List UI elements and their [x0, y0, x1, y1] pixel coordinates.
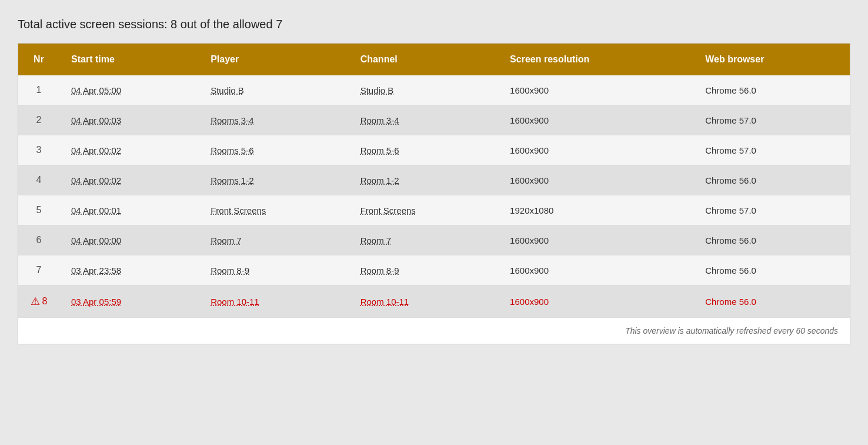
- resolution-value: 1600x900: [510, 297, 549, 307]
- table-row: ⚠803 Apr 05:59Room 10-11Room 10-111600x9…: [18, 285, 850, 318]
- resolution-value: 1600x900: [510, 115, 549, 125]
- resolution-value: 1600x900: [510, 85, 549, 95]
- cell-player[interactable]: Rooms 5-6: [199, 135, 348, 165]
- channel-link[interactable]: Front Screens: [360, 205, 416, 215]
- browser-value: Chrome 56.0: [705, 265, 756, 275]
- summary-text: Total active screen sessions: 8 out of t…: [18, 18, 850, 31]
- player-link[interactable]: Room 7: [211, 235, 242, 245]
- col-header-browser: Web browser: [693, 44, 850, 75]
- cell-nr: 7: [18, 255, 59, 285]
- cell-start-time: 04 Apr 00:02: [59, 135, 199, 165]
- table-row: 504 Apr 00:01Front ScreensFront Screens1…: [18, 195, 850, 225]
- cell-player[interactable]: Front Screens: [199, 195, 348, 225]
- cell-nr: ⚠8: [18, 285, 59, 318]
- player-link[interactable]: Rooms 3-4: [211, 115, 253, 125]
- cell-browser: Chrome 56.0: [693, 225, 850, 255]
- start-time-value: 04 Apr 00:02: [71, 145, 121, 155]
- table-row: 104 Apr 05:00Studio BStudio B1600x900Chr…: [18, 75, 850, 105]
- cell-resolution: 1600x900: [498, 225, 693, 255]
- cell-channel[interactable]: Room 5-6: [349, 135, 498, 165]
- browser-value: Chrome 57.0: [705, 115, 756, 125]
- cell-browser: Chrome 57.0: [693, 105, 850, 135]
- cell-browser: Chrome 56.0: [693, 165, 850, 195]
- cell-nr: 6: [18, 225, 59, 255]
- player-link[interactable]: Room 8-9: [211, 265, 249, 275]
- channel-link[interactable]: Room 5-6: [360, 145, 399, 155]
- cell-channel[interactable]: Studio B: [349, 75, 498, 105]
- player-link[interactable]: Front Screens: [211, 205, 266, 215]
- cell-player[interactable]: Studio B: [199, 75, 348, 105]
- row-number: 3: [36, 145, 42, 155]
- table-row: 703 Apr 23:58Room 8-9Room 8-91600x900Chr…: [18, 255, 850, 285]
- cell-player[interactable]: Room 7: [199, 225, 348, 255]
- cell-player[interactable]: Room 10-11: [199, 285, 348, 318]
- cell-resolution: 1600x900: [498, 165, 693, 195]
- cell-start-time: 04 Apr 00:01: [59, 195, 199, 225]
- cell-nr: 3: [18, 135, 59, 165]
- cell-nr: 2: [18, 105, 59, 135]
- start-time-value: 04 Apr 00:00: [71, 235, 121, 245]
- row-number: 6: [36, 235, 42, 245]
- cell-channel[interactable]: Room 3-4: [349, 105, 498, 135]
- row-number: 2: [36, 115, 42, 125]
- browser-value: Chrome 57.0: [705, 145, 756, 155]
- browser-value: Chrome 56.0: [705, 175, 756, 185]
- cell-nr: 4: [18, 165, 59, 195]
- browser-value: Chrome 56.0: [705, 297, 756, 307]
- cell-browser: Chrome 56.0: [693, 255, 850, 285]
- resolution-value: 1600x900: [510, 145, 549, 155]
- cell-channel[interactable]: Room 8-9: [349, 255, 498, 285]
- row-number: 4: [36, 175, 42, 185]
- cell-player[interactable]: Rooms 1-2: [199, 165, 348, 195]
- start-time-value: 04 Apr 00:01: [71, 205, 121, 215]
- player-link[interactable]: Room 10-11: [211, 297, 259, 307]
- cell-channel[interactable]: Room 1-2: [349, 165, 498, 195]
- cell-nr: 5: [18, 195, 59, 225]
- cell-nr: 1: [18, 75, 59, 105]
- channel-link[interactable]: Room 3-4: [360, 115, 399, 125]
- cell-channel[interactable]: Front Screens: [349, 195, 498, 225]
- player-link[interactable]: Rooms 5-6: [211, 145, 253, 155]
- channel-link[interactable]: Room 8-9: [360, 265, 399, 275]
- cell-start-time: 04 Apr 00:00: [59, 225, 199, 255]
- player-link[interactable]: Rooms 1-2: [211, 175, 253, 185]
- row-number: 7: [36, 265, 42, 275]
- cell-channel[interactable]: Room 7: [349, 225, 498, 255]
- cell-resolution: 1600x900: [498, 255, 693, 285]
- channel-link[interactable]: Room 10-11: [360, 297, 409, 307]
- browser-value: Chrome 57.0: [705, 205, 756, 215]
- cell-resolution: 1600x900: [498, 75, 693, 105]
- resolution-value: 1600x900: [510, 265, 549, 275]
- cell-browser: Chrome 56.0: [693, 285, 850, 318]
- cell-start-time: 03 Apr 05:59: [59, 285, 199, 318]
- start-time-value: 04 Apr 05:00: [71, 85, 121, 95]
- cell-resolution: 1600x900: [498, 105, 693, 135]
- channel-link[interactable]: Room 1-2: [360, 175, 399, 185]
- cell-start-time: 03 Apr 23:58: [59, 255, 199, 285]
- browser-value: Chrome 56.0: [705, 235, 756, 245]
- start-time-value: 03 Apr 23:58: [71, 265, 121, 275]
- cell-start-time: 04 Apr 00:02: [59, 165, 199, 195]
- cell-player[interactable]: Room 8-9: [199, 255, 348, 285]
- player-link[interactable]: Studio B: [211, 85, 244, 95]
- start-time-value: 04 Apr 00:02: [71, 175, 121, 185]
- sessions-table-container: Nr Start time Player Channel Screen reso…: [18, 43, 850, 344]
- start-time-value: 04 Apr 00:03: [71, 115, 121, 125]
- cell-resolution: 1920x1080: [498, 195, 693, 225]
- resolution-value: 1920x1080: [510, 205, 553, 215]
- col-header-player: Player: [199, 44, 348, 75]
- row-number: 5: [36, 205, 42, 215]
- cell-player[interactable]: Rooms 3-4: [199, 105, 348, 135]
- refresh-note: This overview is automatically refreshed…: [18, 318, 850, 344]
- cell-browser: Chrome 56.0: [693, 75, 850, 105]
- alert-icon: ⚠: [31, 295, 40, 308]
- channel-link[interactable]: Room 7: [360, 235, 392, 245]
- cell-start-time: 04 Apr 05:00: [59, 75, 199, 105]
- channel-link[interactable]: Studio B: [360, 85, 394, 95]
- table-row: 204 Apr 00:03Rooms 3-4Room 3-41600x900Ch…: [18, 105, 850, 135]
- col-header-start-time: Start time: [59, 44, 199, 75]
- cell-channel[interactable]: Room 10-11: [349, 285, 498, 318]
- sessions-table: Nr Start time Player Channel Screen reso…: [18, 44, 850, 318]
- resolution-value: 1600x900: [510, 235, 549, 245]
- start-time-value: 03 Apr 05:59: [71, 297, 121, 307]
